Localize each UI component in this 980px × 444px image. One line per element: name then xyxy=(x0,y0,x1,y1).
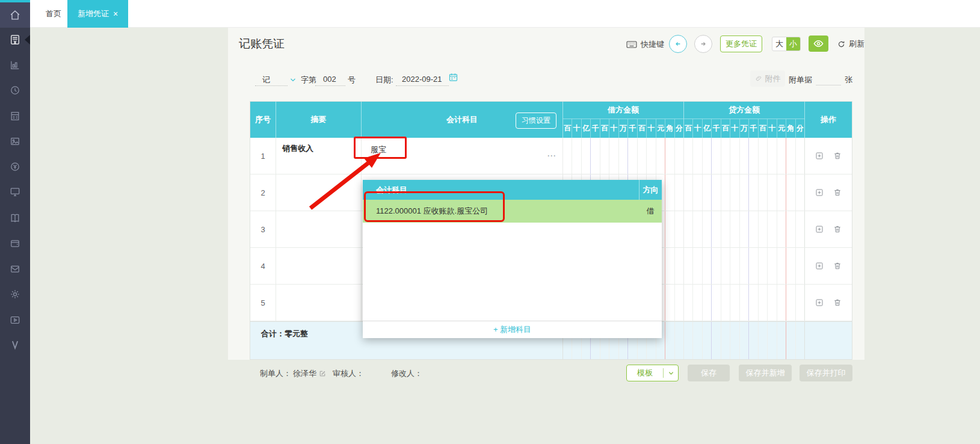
delete-row-icon[interactable] xyxy=(833,151,842,161)
refresh-icon xyxy=(837,40,846,49)
add-row-icon[interactable] xyxy=(815,188,824,197)
close-icon[interactable]: × xyxy=(113,10,118,18)
chevron-down-icon[interactable] xyxy=(664,370,678,377)
summary-cell[interactable] xyxy=(276,211,362,247)
credit-amount-cell[interactable] xyxy=(684,211,805,247)
amount-grid-cell xyxy=(675,138,683,174)
amount-grid-cell xyxy=(759,211,768,247)
edit-icon[interactable] xyxy=(318,369,327,378)
save-and-new-button[interactable]: 保存并新增 xyxy=(739,365,792,381)
sidebar-item-tutorial-video[interactable] xyxy=(0,310,30,330)
add-account-button[interactable]: + 新增科目 xyxy=(363,321,662,338)
header-credit-label: 贷方金额 xyxy=(684,102,804,119)
account-input[interactable]: 服宝 xyxy=(366,142,411,157)
checkout-wallet-icon xyxy=(9,237,21,249)
amount-grid-cell xyxy=(721,322,730,359)
add-row-icon[interactable] xyxy=(815,224,824,234)
dropdown-item[interactable]: 1122.000001 应收账款.服宝公司 借 xyxy=(363,200,662,223)
voucher-word-field[interactable]: 记 xyxy=(262,75,270,85)
tab-home[interactable]: 首页 xyxy=(38,0,69,28)
sidebar-item-checkout-wallet[interactable] xyxy=(0,233,30,253)
sidebar-item-bill-mail[interactable] xyxy=(0,259,30,279)
summary-cell[interactable] xyxy=(276,248,362,284)
voucher-zidi-label: 字第 xyxy=(301,75,316,85)
delete-row-icon[interactable] xyxy=(833,261,842,271)
amount-grid-cell xyxy=(703,174,712,211)
digit-header: 元 xyxy=(656,119,665,138)
sidebar-item-brand-v[interactable] xyxy=(0,335,30,355)
font-size-toggle[interactable]: 大 小 xyxy=(772,37,801,51)
preparer-name: 徐泽华 xyxy=(293,368,316,379)
sidebar-item-settings-gear[interactable] xyxy=(0,284,30,304)
sidebar-item-statement-image[interactable] xyxy=(0,131,30,152)
sidebar-item-report-chart[interactable] xyxy=(0,55,30,75)
sidebar-item-invoice[interactable] xyxy=(0,106,30,126)
amount-grid-cell xyxy=(703,138,712,174)
sidebar-item-salary[interactable] xyxy=(0,156,30,177)
more-vouchers-button[interactable]: 更多凭证 xyxy=(720,35,762,52)
delete-row-icon[interactable] xyxy=(833,298,842,307)
amount-grid-cell xyxy=(703,322,712,359)
summary-cell[interactable] xyxy=(276,285,362,321)
attachment-label: 附件 xyxy=(765,73,781,84)
summary-cell[interactable] xyxy=(276,174,362,211)
size-large-option[interactable]: 大 xyxy=(772,37,786,51)
statement-image-icon xyxy=(9,135,21,147)
attachment-button[interactable]: 附件 xyxy=(750,70,785,87)
amount-grid-cell xyxy=(721,211,730,247)
add-row-icon[interactable] xyxy=(815,261,824,271)
digit-header: 十 xyxy=(693,119,702,138)
save-and-print-button[interactable]: 保存并打印 xyxy=(800,365,852,381)
credit-amount-cell[interactable] xyxy=(684,138,805,174)
credit-amount-cell[interactable] xyxy=(684,174,805,211)
amount-grid-cell xyxy=(768,285,777,321)
amount-grid-cell xyxy=(768,138,777,174)
amount-grid-cell xyxy=(777,285,786,321)
amount-grid-cell xyxy=(656,138,665,174)
sidebar-item-ledger-book[interactable] xyxy=(0,208,30,228)
prev-voucher-button[interactable] xyxy=(669,35,687,53)
refresh-button[interactable]: 刷新 xyxy=(837,39,864,49)
summary-cell[interactable]: 销售收入 xyxy=(276,138,362,174)
next-voucher-button[interactable] xyxy=(694,35,712,53)
amount-grid-cell xyxy=(675,211,683,247)
sidebar-item-cashier-clock[interactable] xyxy=(0,80,30,100)
template-button[interactable]: 模板 xyxy=(626,365,679,381)
receipts-count-input[interactable] xyxy=(816,85,841,85)
account-cell[interactable]: 服宝⋯ xyxy=(362,138,563,174)
amount-grid-cell xyxy=(703,211,712,247)
date-field[interactable]: 2022-09-21 xyxy=(402,75,442,84)
tab-new-voucher[interactable]: 新增凭证 × xyxy=(67,0,128,28)
calendar-icon[interactable] xyxy=(448,72,458,82)
shortcut-keys-button[interactable]: 快捷键 xyxy=(626,39,664,51)
sidebar-item-tax-monitor[interactable] xyxy=(0,182,30,202)
amount-grid-cell xyxy=(768,211,777,247)
debit-amount-cell[interactable] xyxy=(563,138,684,174)
amount-grid-cell xyxy=(665,211,674,247)
voucher-number-field[interactable]: 002 xyxy=(323,75,336,84)
credit-amount-cell[interactable] xyxy=(684,248,805,284)
credit-amount-cell[interactable] xyxy=(684,285,805,321)
add-row-icon[interactable] xyxy=(815,298,824,307)
report-chart-icon xyxy=(9,59,21,71)
table-row: 1销售收入服宝⋯ xyxy=(250,138,852,174)
digit-header: 十 xyxy=(647,119,656,138)
amount-grid-cell xyxy=(786,322,795,359)
chevron-down-icon[interactable] xyxy=(289,76,297,84)
more-options-icon[interactable]: ⋯ xyxy=(547,150,556,161)
reviewer-label: 审核人： xyxy=(333,368,364,379)
delete-row-icon[interactable] xyxy=(833,188,842,197)
size-small-option[interactable]: 小 xyxy=(786,37,800,51)
amount-grid-cell xyxy=(684,211,693,247)
amount-grid-cell xyxy=(777,138,786,174)
visibility-button[interactable] xyxy=(809,35,828,52)
habit-setting-button[interactable]: 习惯设置 xyxy=(516,113,556,129)
keyboard-icon xyxy=(626,39,638,51)
digit-header: 角 xyxy=(786,119,795,138)
delete-row-icon[interactable] xyxy=(833,224,842,234)
header-debit: 借方金额 百十亿千百十万千百十元角分 xyxy=(563,102,684,138)
sidebar-item-home[interactable] xyxy=(0,2,30,28)
amount-grid-cell xyxy=(777,211,786,247)
add-row-icon[interactable] xyxy=(815,151,824,161)
save-button[interactable]: 保存 xyxy=(688,365,730,381)
